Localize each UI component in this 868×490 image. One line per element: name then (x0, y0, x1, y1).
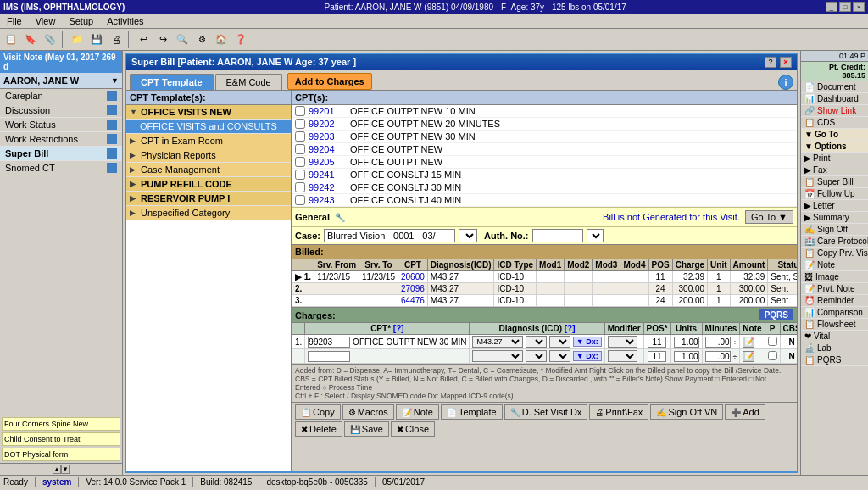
right-item-showlink[interactable]: 🔗Show Link (801, 105, 868, 117)
cpt-checkbox-2[interactable] (295, 131, 305, 142)
cpt-checkbox-7[interactable] (295, 195, 305, 205)
template-item-3[interactable]: ▶ Physician Reports (126, 148, 291, 163)
right-item-prvt-note[interactable]: 📝Prvt. Note (801, 283, 868, 295)
nav-item-super-bill[interactable]: Super Bill (0, 147, 122, 161)
macros-btn[interactable]: ⚙Macros (342, 404, 394, 420)
billed-row-2[interactable]: 3. 64476 M43.27 ICD-10 24 200.00 1 200.0… (292, 295, 798, 307)
template-item-7[interactable]: ▶ Unspecified Category (126, 206, 291, 220)
app-close-btn[interactable]: × (853, 2, 865, 12)
toolbar-btn-8[interactable]: ↪ (153, 31, 172, 49)
right-item-vital[interactable]: ❤Vital (801, 331, 868, 342)
template-item-5[interactable]: ▶ PUMP REFILL CODE (126, 177, 291, 192)
template-item-0[interactable]: ▼ OFFICE VISITS NEW (126, 105, 291, 120)
note-btn[interactable]: 📝Note (396, 404, 439, 420)
charges-cpt-empty-input[interactable] (308, 351, 350, 362)
charges-diag-select2-0[interactable] (526, 336, 547, 348)
charges-mod-select-1[interactable] (608, 350, 637, 362)
right-item-care-protocol[interactable]: 🏥Care Protocol (801, 236, 868, 248)
cpt-row-1[interactable]: 99202 OFFICE OUTPT NEW 20 MINUTES (292, 118, 797, 131)
minimize-btn[interactable]: _ (826, 2, 837, 12)
charges-minutes-1[interactable] (705, 351, 731, 362)
toolbar-btn-12[interactable]: ❓ (231, 31, 250, 49)
super-bill-help-btn[interactable]: ? (765, 57, 776, 68)
right-item-pqrs[interactable]: 📋PQRS (801, 354, 868, 366)
nav-item-discussion[interactable]: Discussion (0, 103, 122, 118)
toolbar-btn-4[interactable]: 📁 (68, 31, 86, 49)
charges-units-1[interactable] (674, 351, 699, 362)
right-item-note[interactable]: 📝Note (801, 259, 868, 271)
delete-btn[interactable]: ✖Delete (295, 421, 342, 437)
charges-row-0[interactable]: 1. OFFICE OUTPT NEW 30 MIN M43.27 ▼ Dx: … (292, 335, 798, 349)
charges-minutes-0[interactable] (705, 337, 731, 348)
cpt-row-2[interactable]: 99203 OFFICE OUTPT NEW 30 MIN (292, 131, 797, 143)
case-date-select[interactable] (459, 229, 477, 242)
notice-1[interactable]: Four Corners Spine New (2, 417, 120, 431)
toolbar-btn-9[interactable]: 🔍 (173, 31, 192, 49)
toolbar-btn-10[interactable]: ⚙ (192, 31, 211, 49)
charges-dx-btn-0[interactable]: ▼ Dx: (573, 337, 602, 347)
charges-mod-select-0[interactable] (608, 336, 637, 348)
cpt-row-0[interactable]: 99201 OFFICE OUTPT NEW 10 MIN (292, 105, 797, 118)
right-item-options[interactable]: ▼Options (801, 141, 868, 153)
charges-cpt-input-0[interactable] (308, 337, 350, 348)
charges-diag-select3-0[interactable] (549, 336, 570, 348)
save-btn[interactable]: 💾Save (344, 421, 389, 437)
menu-view[interactable]: View (32, 16, 59, 26)
cpt-row-3[interactable]: 99204 OFFICE OUTPT NEW (292, 143, 797, 156)
cpt-checkbox-1[interactable] (295, 119, 305, 129)
nav-item-careplan[interactable]: Careplan (0, 89, 122, 103)
toolbar-btn-1[interactable]: 📋 (2, 31, 20, 49)
menu-setup[interactable]: Setup (65, 16, 97, 26)
tab-em-code[interactable]: E&M Code (215, 74, 282, 90)
nav-item-snomed[interactable]: Snomed CT (0, 161, 122, 175)
right-item-summary[interactable]: ▶Summary (801, 212, 868, 224)
add-charges-btn[interactable]: Add to Charges (287, 73, 372, 90)
template-btn[interactable]: 📄Template (441, 404, 503, 420)
auth-input[interactable] (532, 229, 583, 242)
toolbar-btn-5[interactable]: 💾 (87, 31, 106, 49)
auth-select[interactable] (587, 229, 604, 242)
charges-dx-btn-1[interactable]: ▼ Dx: (573, 351, 602, 361)
maximize-btn[interactable]: □ (839, 2, 851, 12)
cpt-checkbox-3[interactable] (295, 144, 305, 154)
charges-diag-select2-1[interactable] (526, 350, 547, 362)
info-btn[interactable]: i (778, 75, 793, 90)
print-fax-btn[interactable]: 🖨Print\Fax (589, 404, 648, 420)
right-item-reminder[interactable]: ⏰Reminder (801, 295, 868, 307)
toolbar-btn-3[interactable]: 📎 (41, 31, 59, 49)
right-item-comparison[interactable]: 📊Comparison (801, 307, 868, 319)
notice-3[interactable]: DOT Physical form (2, 448, 120, 461)
cpt-row-6[interactable]: 99242 OFFICE CONSLTJ 30 MIN (292, 181, 797, 194)
right-item-flowsheet[interactable]: 📋Flowsheet (801, 319, 868, 331)
goto-btn[interactable]: Go To ▼ (745, 210, 793, 224)
menu-activities[interactable]: Activities (103, 16, 147, 26)
charges-diag-select-1[interactable] (472, 350, 523, 362)
billed-row-1[interactable]: 2. 27096 M43.27 ICD-10 24 300.00 1 300.0… (292, 283, 798, 295)
right-item-lab[interactable]: 🔬Lab (801, 342, 868, 354)
cpt-checkbox-5[interactable] (295, 170, 305, 180)
sign-off-vn-btn[interactable]: ✍Sign Off VN (650, 404, 723, 420)
charges-diag-select-0[interactable]: M43.27 (472, 336, 523, 348)
cpt-row-5[interactable]: 99241 OFFICE CONSLTJ 15 MIN (292, 169, 797, 181)
template-item-6[interactable]: ▶ RESERVOIR PUMP I (126, 192, 291, 206)
menu-file[interactable]: File (3, 16, 25, 26)
template-item-1[interactable]: OFFICE VISITS and CONSULTS (126, 120, 291, 134)
template-item-2[interactable]: ▶ CPT in Exam Room (126, 134, 291, 148)
charges-p-check-1[interactable] (768, 351, 777, 360)
right-item-goto[interactable]: ▼Go To (801, 129, 868, 141)
nav-item-work-restrictions[interactable]: Work Restrictions (0, 132, 122, 147)
right-item-dashboard[interactable]: 📊Dashboard (801, 93, 868, 105)
copy-btn[interactable]: 📋Copy (295, 404, 341, 420)
super-bill-close-btn[interactable]: × (780, 57, 792, 68)
toolbar-btn-7[interactable]: ↩ (134, 31, 153, 49)
right-item-print[interactable]: ▶Print (801, 153, 868, 164)
right-item-fax[interactable]: ▶Fax (801, 164, 868, 176)
charges-p-check-0[interactable] (768, 337, 777, 346)
toolbar-btn-2[interactable]: 🔖 (21, 31, 40, 49)
right-item-cds[interactable]: 📋CDS (801, 117, 868, 129)
toolbar-btn-11[interactable]: 🏠 (212, 31, 231, 49)
right-item-copy-prv[interactable]: 📋Copy Prv. Visit (801, 248, 868, 259)
right-item-letter[interactable]: ▶Letter (801, 200, 868, 212)
cpt-row-7[interactable]: 99243 OFFICE CONSLTJ 40 MIN (292, 194, 797, 207)
right-item-document[interactable]: 📄Document (801, 81, 868, 93)
